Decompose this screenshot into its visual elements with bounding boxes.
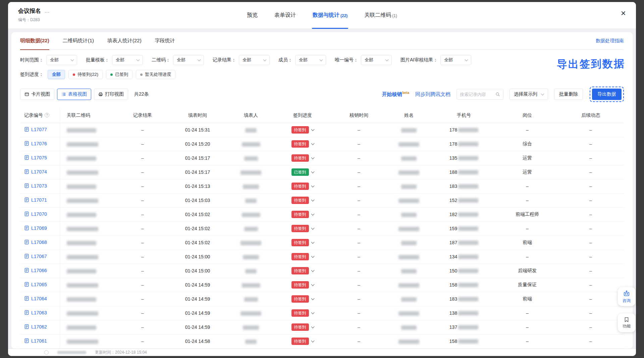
tab-data-stats[interactable]: 数据与统计(22) bbox=[312, 2, 348, 29]
table-row[interactable]: L17069–01-24 15:02待签到–159–– bbox=[20, 221, 624, 236]
chevron-down-icon[interactable] bbox=[311, 297, 314, 300]
filter-record-result-select[interactable]: 全部 bbox=[239, 55, 270, 65]
checkin-status-badge[interactable]: 待签到 bbox=[291, 309, 309, 317]
chevron-down-icon[interactable] bbox=[311, 255, 314, 258]
chevron-down-icon[interactable] bbox=[311, 142, 314, 145]
checkin-status-badge[interactable]: 待签到 bbox=[291, 338, 309, 345]
checkin-status-badge[interactable]: 已签到 bbox=[291, 168, 309, 176]
chevron-down-icon[interactable] bbox=[311, 325, 314, 328]
tab-linked-qrcode[interactable]: 关联二维码(1) bbox=[364, 2, 398, 29]
filter-ai-review-select[interactable]: 全部 bbox=[440, 55, 471, 65]
record-id-link[interactable]: L17062 bbox=[24, 324, 47, 329]
chevron-down-icon[interactable] bbox=[311, 184, 314, 188]
record-id-link[interactable]: L17074 bbox=[24, 169, 47, 174]
table-row[interactable]: L17062–01-24 14:59待签到–137–– bbox=[20, 320, 624, 334]
table-row[interactable]: L17061–01-24 14:58待签到–158–– bbox=[20, 334, 624, 348]
record-id-link[interactable]: L17073 bbox=[24, 183, 47, 189]
checkin-status-badge[interactable]: 待签到 bbox=[291, 211, 309, 218]
view-table[interactable]: 表格视图 bbox=[57, 89, 91, 100]
table-row[interactable]: L17063–01-24 14:59待签到–138–– bbox=[20, 306, 624, 320]
checkin-status-badge[interactable]: 待签到 bbox=[291, 183, 309, 190]
chip-checked[interactable]: 已签到 bbox=[106, 70, 132, 79]
table-row[interactable]: L17066–01-24 15:00待签到–150后端研发– bbox=[20, 264, 624, 278]
record-id-link[interactable]: L17061 bbox=[24, 338, 47, 344]
record-id-link[interactable]: L17065 bbox=[24, 282, 47, 287]
view-print[interactable]: 打印视图 bbox=[94, 89, 128, 100]
record-id-link[interactable]: L17070 bbox=[24, 211, 47, 217]
chevron-down-icon[interactable] bbox=[311, 212, 314, 216]
record-id-link[interactable]: L17069 bbox=[24, 225, 47, 231]
help-icon[interactable]: ? bbox=[45, 113, 49, 117]
checkin-status-badge[interactable]: 待签到 bbox=[291, 253, 309, 260]
chevron-down-icon[interactable] bbox=[311, 226, 314, 230]
subtab-detail-data[interactable]: 明细数据(22) bbox=[20, 32, 49, 50]
table-row[interactable]: L17075–01-24 15:17待签到–135运营– bbox=[20, 151, 624, 165]
table-row[interactable]: L17076–01-24 15:20待签到–178综合– bbox=[20, 137, 624, 151]
chevron-down-icon[interactable] bbox=[311, 241, 314, 244]
data-guide-link[interactable]: 数据处理指南 bbox=[596, 38, 624, 44]
subtab-qrcode-stats[interactable]: 二维码统计(1) bbox=[63, 32, 94, 50]
filter-unique-id-select[interactable]: 全部 bbox=[361, 55, 392, 65]
start-verify-link[interactable]: 开始核销beta bbox=[382, 91, 409, 98]
checkin-status-badge[interactable]: 待签到 bbox=[291, 323, 309, 331]
table-row[interactable]: L17077–01-24 15:31待签到–178–– bbox=[20, 123, 624, 137]
record-id-link[interactable]: L17067 bbox=[24, 254, 47, 259]
table-row[interactable]: L17070–01-24 15:02待签到–182前端工程师– bbox=[20, 207, 624, 221]
checkin-status-badge[interactable]: 待签到 bbox=[291, 281, 309, 289]
table-row[interactable]: L17074–01-24 15:17已签到–188运营– bbox=[20, 165, 624, 179]
chip-no-progress[interactable]: 暂无处理进度 bbox=[136, 70, 175, 79]
more-menu-icon[interactable]: … bbox=[44, 8, 50, 14]
record-id-link[interactable]: L17076 bbox=[24, 141, 47, 146]
tab-preview[interactable]: 预览 bbox=[246, 2, 258, 29]
checkin-status-badge[interactable]: 待签到 bbox=[291, 126, 309, 134]
features-button[interactable]: 功能 bbox=[618, 313, 635, 332]
record-id-link[interactable]: L17068 bbox=[24, 240, 47, 245]
table-row[interactable]: L17071–01-24 15:03待签到–152–– bbox=[20, 193, 624, 207]
export-data-button[interactable]: 导出数据 bbox=[592, 89, 622, 100]
table-row[interactable]: L17065–01-24 14:59待签到–158质量保证– bbox=[20, 278, 624, 292]
chip-all[interactable]: 全部 bbox=[48, 70, 65, 79]
tab-form-design[interactable]: 表单设计 bbox=[274, 2, 297, 29]
checkin-status-badge[interactable]: 待签到 bbox=[291, 267, 309, 274]
checkin-status-badge[interactable]: 待签到 bbox=[291, 239, 309, 246]
chevron-down-icon[interactable] bbox=[311, 156, 314, 159]
chevron-down-icon[interactable] bbox=[311, 311, 314, 314]
checkin-status-badge[interactable]: 待签到 bbox=[291, 140, 309, 148]
close-icon[interactable]: × bbox=[621, 9, 626, 17]
record-id-link[interactable]: L17075 bbox=[24, 155, 47, 160]
record-id-link[interactable]: L17071 bbox=[24, 197, 47, 203]
record-id-link[interactable]: L17063 bbox=[24, 310, 47, 315]
chevron-down-icon[interactable] bbox=[311, 269, 314, 272]
filter-time-range-select[interactable]: 全部 bbox=[46, 55, 77, 65]
subtab-field-stats[interactable]: 字段统计 bbox=[155, 32, 175, 50]
view-card[interactable]: 卡片视图 bbox=[20, 89, 54, 100]
checkin-status-cell: 待签到 bbox=[274, 292, 331, 306]
select-columns-dropdown[interactable]: 选择展示列 bbox=[509, 89, 548, 100]
checkin-status-badge[interactable]: 待签到 bbox=[291, 197, 309, 204]
checkin-status-badge[interactable]: 待签到 bbox=[291, 154, 309, 162]
filter-member-select[interactable]: 全部 bbox=[295, 55, 326, 65]
chevron-down-icon[interactable] bbox=[311, 128, 314, 131]
chevron-down-icon[interactable] bbox=[311, 339, 314, 343]
table-row[interactable]: L17064–01-24 14:59待签到–183前端– bbox=[20, 292, 624, 306]
table-row[interactable]: L17068–01-24 15:02待签到–187前端– bbox=[20, 236, 624, 250]
filter-qrcode-select[interactable]: 全部 bbox=[173, 55, 204, 65]
record-id-link[interactable]: L17066 bbox=[24, 268, 47, 273]
chip-pending[interactable]: 待签到(22) bbox=[68, 70, 103, 79]
chevron-down-icon[interactable] bbox=[311, 198, 314, 202]
table-row[interactable]: L17073–01-24 15:13待签到–183–– bbox=[20, 179, 624, 193]
checkin-status-badge[interactable]: 待签到 bbox=[291, 225, 309, 232]
subtab-respondent-stats[interactable]: 填表人统计(22) bbox=[107, 32, 142, 50]
search-input[interactable] bbox=[460, 92, 493, 97]
chevron-down-icon[interactable] bbox=[311, 170, 314, 173]
record-id-link[interactable]: L17064 bbox=[24, 296, 47, 301]
search-icon[interactable] bbox=[495, 92, 500, 97]
filter-batch-template-select[interactable]: 全部 bbox=[112, 55, 143, 65]
chevron-down-icon[interactable] bbox=[311, 283, 314, 286]
sync-tencent-docs-link[interactable]: 同步到腾讯文档 bbox=[415, 91, 450, 98]
checkin-status-badge[interactable]: 待签到 bbox=[291, 295, 309, 303]
support-button[interactable]: 咨询 bbox=[618, 287, 635, 306]
record-id-link[interactable]: L17077 bbox=[24, 127, 47, 132]
batch-delete-button[interactable]: 批量删除 bbox=[554, 89, 583, 100]
table-row[interactable]: L17067–01-24 15:00待签到–134–– bbox=[20, 250, 624, 264]
